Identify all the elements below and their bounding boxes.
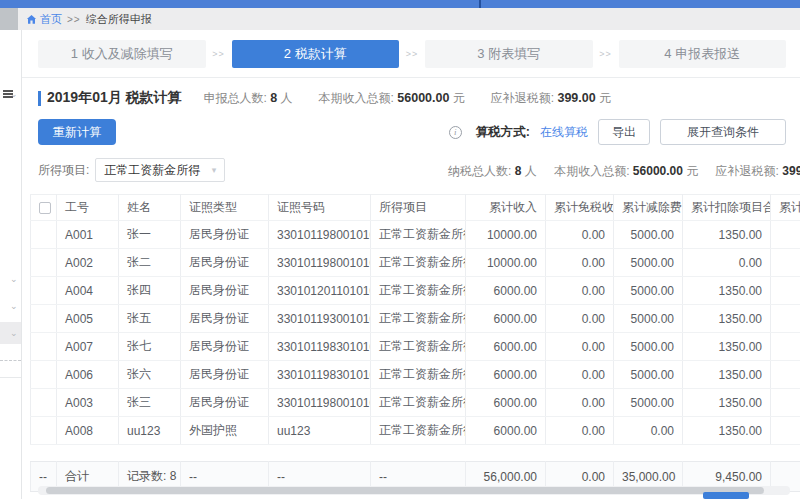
table-cell: 330101198001010038 [269,249,371,277]
row-select-cell [31,277,57,305]
row-select-cell [31,417,57,445]
table-row[interactable]: A004张四居民身份证330101201101010056正常工资薪金所得600… [31,277,800,305]
table-cell: 张一 [119,221,181,249]
collapsed-sidebar: ⌄ ⌄ ⌄ ⌄ [0,30,22,499]
breadcrumb-home-link[interactable]: 首页 [26,12,62,27]
table-spacer-row [31,445,800,462]
recalculate-button[interactable]: 重新计算 [38,119,116,145]
table-cell: 330101198301010056 [269,361,371,389]
row-select-cell [31,361,57,389]
summary-total-income: 本期收入总额: 56000.00 元 [554,164,701,178]
column-header: 累计收入 [466,195,546,221]
column-header: 累计准予扣除的捐赠额 [771,195,800,221]
title-row: 2019年01月 税款计算 申报总人数: 8 人 本期收入总额: 56000.0… [38,89,786,107]
table-cell: 0.00 [546,361,614,389]
select-all-checkbox[interactable] [39,202,51,214]
table-cell: 张三 [119,389,181,417]
table-cell: 张五 [119,305,181,333]
chevron-down-icon: ⌄ [10,90,18,99]
step-submit-declaration[interactable]: 4 申报表报送 [619,40,787,68]
stat-total-income: 本期收入总额: 56000.00 元 [319,90,465,107]
sidebar-dashed-divider [0,360,21,361]
step-separator: >> [399,49,425,59]
step-tax-calculation[interactable]: 2 税款计算 [232,40,400,68]
table-cell: 正常工资薪金所得 [371,361,466,389]
horizontal-scrollbar-track[interactable] [38,486,790,495]
column-header: 累计减除费用 [614,195,683,221]
table-cell: 居民身份证 [181,221,269,249]
income-item-label: 所得项目: [38,162,89,179]
table-cell: 0.00 [546,333,614,361]
breadcrumb: 首页 >> 综合所得申报 [0,8,800,30]
table-cell: 6000.00 [466,333,546,361]
chevron-down-icon: ⌄ [10,329,18,338]
table-row[interactable]: A005张五居民身份证330101193001010051正常工资薪金所得600… [31,305,800,333]
table-cell: 正常工资薪金所得 [371,249,466,277]
breadcrumb-corner-block [0,8,18,30]
table-cell: 6000.00 [466,361,546,389]
table-cell: 1350.00 [683,221,771,249]
table-cell [771,305,800,333]
table-cell: 0.00 [546,277,614,305]
calc-mode-value-link[interactable]: 在线算税 [540,124,588,141]
tax-table-container: 工号姓名证照类型证照号码所得项目累计收入累计免税收入累计减除费用累计扣除项目合计… [30,194,800,492]
home-icon [26,14,37,25]
stat-tax-due: 应补退税额: 399.00 元 [491,90,611,107]
table-cell: 正常工资薪金所得 [371,417,466,445]
table-cell: 6000.00 [466,417,546,445]
table-cell: 0.00 [546,221,614,249]
column-header: 累计扣除项目合计 [683,195,771,221]
table-cell [771,361,800,389]
table-cell: A008 [57,417,119,445]
info-icon: i [449,126,462,139]
table-row[interactable]: A007张七居民身份证330101198301010072正常工资薪金所得600… [31,333,800,361]
chevron-down-icon: ⌄ [10,302,18,311]
table-cell [771,249,800,277]
chevron-down-icon: ▾ [212,165,217,175]
select-all-cell [31,195,57,221]
table-row[interactable]: A006张六居民身份证330101198301010056正常工资薪金所得600… [31,361,800,389]
tax-table: 工号姓名证照类型证照号码所得项目累计收入累计免税收入累计减除费用累计扣除项目合计… [30,194,800,492]
expand-query-button[interactable]: 展开查询条件 [660,119,786,145]
table-cell: 正常工资薪金所得 [371,277,466,305]
step-income-fill[interactable]: 1 收入及减除填写 [38,40,206,68]
step-attached-forms[interactable]: 3 附表填写 [425,40,593,68]
partial-bottom-element [703,492,749,499]
table-row[interactable]: A002张二居民身份证330101198001010038正常工资薪金所得100… [31,249,800,277]
income-item-select[interactable]: 正常工资薪金所得 ▾ [95,158,225,182]
filter-summary: 纳税总人数: 8 人 本期收入总额: 56000.00 元 应补退税额: 399… [434,161,800,180]
table-cell: 居民身份证 [181,277,269,305]
table-cell: 居民身份证 [181,305,269,333]
table-cell: 5000.00 [614,249,683,277]
table-cell: 330101198001010011 [269,221,371,249]
table-cell: A007 [57,333,119,361]
row-select-cell [31,333,57,361]
table-cell: uu123 [269,417,371,445]
column-header: 工号 [57,195,119,221]
table-row[interactable]: A003张三居民身份证330101198001010054正常工资薪金所得600… [31,389,800,417]
table-cell: 5000.00 [614,305,683,333]
table-cell: 10000.00 [466,249,546,277]
table-cell: uu123 [119,417,181,445]
stat-declared-people: 申报总人数: 8 人 [204,90,293,107]
wizard-steps: 1 收入及减除填写 >> 2 税款计算 >> 3 附表填写 >> 4 申报表报送 [38,40,786,68]
table-cell: 0.00 [683,249,771,277]
table-cell [771,333,800,361]
table-row[interactable]: A001张一居民身份证330101198001010011正常工资薪金所得100… [31,221,800,249]
table-cell: 6000.00 [466,389,546,417]
table-cell: A006 [57,361,119,389]
table-cell: 居民身份证 [181,361,269,389]
table-cell: 1350.00 [683,333,771,361]
export-button[interactable]: 导出 [598,119,650,145]
table-cell: 10000.00 [466,221,546,249]
table-cell: 330101198001010054 [269,389,371,417]
table-cell: 6000.00 [466,277,546,305]
table-cell [771,277,800,305]
table-cell: 5000.00 [614,221,683,249]
section-divider [22,77,800,78]
row-select-cell [31,221,57,249]
horizontal-scrollbar-thumb[interactable] [46,487,764,494]
table-cell [771,221,800,249]
table-row[interactable]: A008uu123外国护照uu123正常工资薪金所得6000.000.000.0… [31,417,800,445]
page-title: 2019年01月 税款计算 [47,89,182,107]
